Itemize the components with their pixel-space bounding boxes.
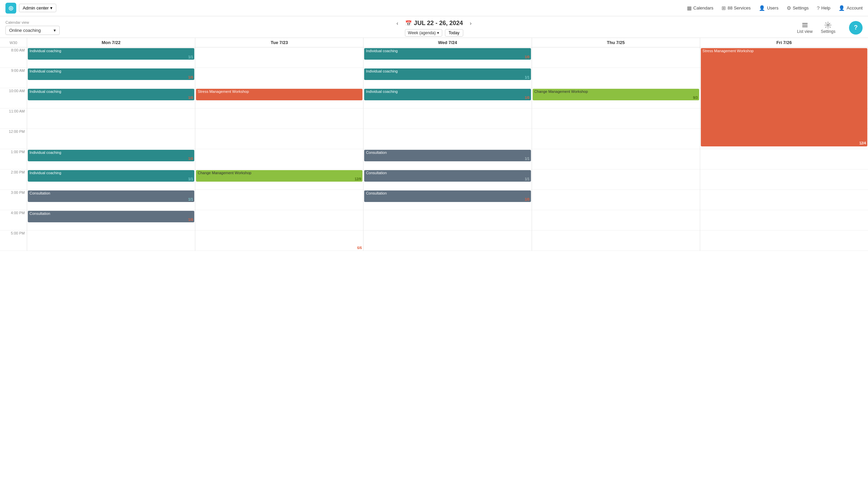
account-icon: 👤 (839, 5, 845, 11)
wed-slot-1pm: Consultation 1/1 (363, 149, 531, 169)
tue-slot-9am (195, 68, 363, 88)
event-mon-5[interactable]: Individual coaching 1/1 (28, 170, 194, 182)
time-column: 8:00 AM 9:00 AM 10:00 AM 11:00 AM 12:00 … (0, 47, 27, 251)
nav-account[interactable]: 👤 Account (839, 5, 863, 11)
date-navigation: ‹ 📅 JUL 22 - 26, 2024 › (394, 19, 474, 28)
settings-gear-icon (825, 22, 831, 28)
wed-slot-12pm (363, 129, 531, 149)
today-button[interactable]: Today (445, 29, 463, 37)
svg-rect-1 (802, 25, 808, 25)
thu-slot-5pm (532, 230, 700, 251)
settings-icon: ⚙ (787, 5, 791, 11)
calendar-view-controls: Week (agenda) ▾ Today (405, 29, 463, 37)
time-1pm: 1:00 PM (0, 149, 27, 169)
event-mon-4[interactable]: Individual coaching 1/0 (28, 150, 194, 161)
prev-week-button[interactable]: ‹ (394, 19, 401, 28)
week-number: W30 (0, 38, 27, 47)
event-wed-4[interactable]: Consultation 1/1 (364, 150, 531, 161)
mon-slot-4pm: Consultation 1/0 (27, 210, 195, 230)
svg-rect-0 (802, 23, 808, 24)
event-thu-1[interactable]: Change Management Workshop 9/3 (533, 89, 699, 100)
event-wed-5[interactable]: Consultation 1/1 (364, 170, 531, 182)
tue-slot-4pm (195, 210, 363, 230)
days-container: Individual coaching 1/1 Individual coach… (27, 47, 868, 251)
day-col-mon: Individual coaching 1/1 Individual coach… (27, 47, 195, 251)
fri-slot-4pm (700, 210, 868, 230)
logo[interactable]: ◎ (5, 3, 16, 14)
day-header-mon: Mon 7/22 (27, 38, 195, 47)
event-mon-6[interactable]: Consultation 1/1 (28, 190, 194, 202)
nav-help[interactable]: ? Help (817, 5, 830, 11)
tue-slot-11am (195, 108, 363, 129)
tue-slot-1pm (195, 149, 363, 169)
thu-slot-1pm (532, 149, 700, 169)
event-wed-2[interactable]: Individual coaching 1/1 (364, 68, 531, 80)
mon-slot-3pm: Consultation 1/1 (27, 190, 195, 210)
wed-slot-4pm (363, 210, 531, 230)
chevron-down-icon: ▾ (437, 30, 439, 35)
mon-slot-1pm: Individual coaching 1/0 (27, 149, 195, 169)
event-mon-2[interactable]: Individual coaching 1/0 (28, 68, 194, 80)
calendar-view-selector: Calendar view Online coaching ▾ (5, 20, 60, 35)
time-2pm: 2:00 PM (0, 169, 27, 190)
thu-slot-10am: Change Management Workshop 9/3 (532, 88, 700, 108)
event-tue-2[interactable]: Change Management Workshop 12/9 (196, 170, 362, 182)
time-5pm: 5:00 PM (0, 230, 27, 251)
tue-slot-5pm: 6/6 (195, 230, 363, 251)
event-mon-3[interactable]: Individual coaching 1/0 (28, 89, 194, 100)
time-9am: 9:00 AM (0, 68, 27, 88)
wed-slot-10am: Individual coaching 1/0 (363, 88, 531, 108)
thu-slot-8am (532, 47, 700, 68)
nav-right: ▦ Calendars ⊞ 88 Services 👤 Users ⚙ Sett… (687, 5, 863, 11)
calendar-nav-center: ‹ 📅 JUL 22 - 26, 2024 › Week (agenda) ▾ … (394, 19, 474, 37)
nav-services[interactable]: ⊞ 88 Services (722, 5, 751, 11)
settings-button[interactable]: Settings (821, 22, 835, 34)
calendar-icon-small: 📅 (405, 20, 412, 26)
nav-users[interactable]: 👤 Users (759, 5, 778, 11)
svg-rect-2 (802, 26, 808, 27)
tue-slot-3pm (195, 190, 363, 210)
top-nav: ◎ Admin center ▾ ▦ Calendars ⊞ 88 Servic… (0, 0, 868, 16)
svg-point-3 (827, 24, 829, 26)
help-icon: ? (817, 5, 820, 11)
day-header-fri: Fri 7/26 (700, 38, 868, 47)
fri-slot-2pm (700, 169, 868, 190)
event-wed-6[interactable]: Consultation 1/0 (364, 190, 531, 202)
event-fri-1[interactable]: Stress Management Workshop 12/4 (701, 48, 867, 146)
next-week-button[interactable]: › (467, 19, 474, 28)
event-mon-7[interactable]: Consultation 1/0 (28, 211, 194, 222)
mon-slot-12pm (27, 129, 195, 149)
list-view-icon (802, 22, 808, 28)
mon-slot-8am: Individual coaching 1/1 (27, 47, 195, 68)
wed-slot-9am: Individual coaching 1/1 (363, 68, 531, 88)
tue-slot-2pm: Change Management Workshop 12/9 (195, 169, 363, 190)
event-wed-1[interactable]: Individual coaching 1/0 (364, 48, 531, 60)
event-tue-1[interactable]: Stress Management Workshop (196, 89, 362, 100)
mon-slot-5pm (27, 230, 195, 251)
week-view-select[interactable]: Week (agenda) ▾ (405, 29, 442, 37)
fri-slot-5pm (700, 230, 868, 251)
mon-slot-9am: Individual coaching 1/0 (27, 68, 195, 88)
chevron-down-icon: ▾ (50, 5, 53, 11)
thu-slot-9am (532, 68, 700, 88)
thu-slot-11am (532, 108, 700, 129)
fri-slot-1pm (700, 149, 868, 169)
day-col-fri: Stress Management Workshop 12/4 (700, 47, 868, 251)
calendar-dropdown[interactable]: Online coaching ▾ (5, 26, 60, 35)
admin-center-button[interactable]: Admin center ▾ (19, 4, 56, 12)
event-wed-3[interactable]: Individual coaching 1/0 (364, 89, 531, 100)
time-3pm: 3:00 PM (0, 190, 27, 210)
event-mon-1[interactable]: Individual coaching 1/1 (28, 48, 194, 60)
thu-slot-3pm (532, 190, 700, 210)
list-view-button[interactable]: List view (797, 22, 813, 34)
mon-slot-10am: Individual coaching 1/0 (27, 88, 195, 108)
day-col-tue: Stress Management Workshop Change Manage… (195, 47, 363, 251)
calendar-icon: ▦ (687, 5, 692, 11)
calendar-view-label: Calendar view (5, 20, 60, 24)
nav-calendars[interactable]: ▦ Calendars (687, 5, 713, 11)
mon-slot-11am (27, 108, 195, 129)
wed-slot-5pm (363, 230, 531, 251)
nav-settings[interactable]: ⚙ Settings (787, 5, 809, 11)
help-bubble[interactable]: ? (849, 21, 863, 35)
thu-slot-12pm (532, 129, 700, 149)
